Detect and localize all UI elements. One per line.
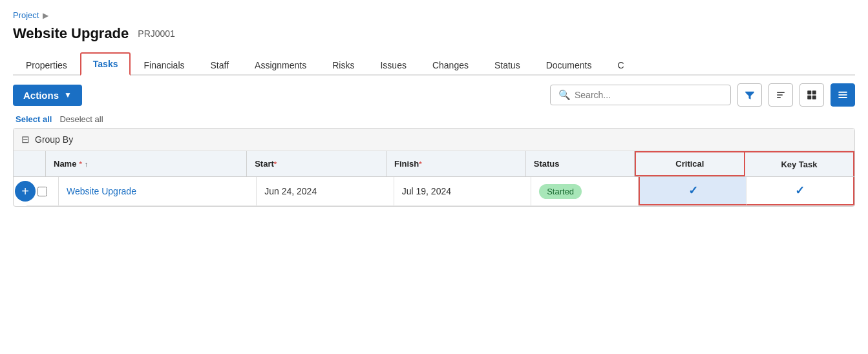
td-name[interactable]: Website Upgrade xyxy=(59,177,257,205)
svg-rect-2 xyxy=(777,97,781,98)
tab-documents[interactable]: Documents xyxy=(533,54,605,76)
actions-dropdown-arrow: ▼ xyxy=(64,90,72,99)
key-task-checkmark: ✓ xyxy=(795,183,805,198)
svg-rect-4 xyxy=(812,90,816,94)
search-box: 🔍 xyxy=(550,85,731,105)
sort-button[interactable] xyxy=(768,83,793,107)
actions-button[interactable]: Actions ▼ xyxy=(13,85,82,106)
td-key-task[interactable]: ✓ xyxy=(746,177,854,205)
breadcrumb-project-link[interactable]: Project xyxy=(13,10,39,20)
svg-rect-9 xyxy=(838,97,847,98)
select-row: Select all Deselect all xyxy=(13,114,855,124)
th-name-label: Name xyxy=(54,159,76,169)
svg-rect-7 xyxy=(838,92,847,93)
svg-rect-6 xyxy=(812,96,816,99)
group-by-icon: ⊟ xyxy=(21,134,30,145)
actions-label: Actions xyxy=(23,90,59,101)
th-name-sort[interactable]: ↑ xyxy=(85,160,89,168)
th-start-star: * xyxy=(274,160,277,168)
td-start: Jun 24, 2024 xyxy=(257,177,394,205)
th-start[interactable]: Start * xyxy=(247,151,386,176)
status-badge: Started xyxy=(539,184,582,199)
deselect-all-link[interactable]: Deselect all xyxy=(59,114,103,124)
row-checkbox[interactable] xyxy=(37,187,47,196)
breadcrumb-arrow: ▶ xyxy=(43,11,48,20)
list-view-button[interactable] xyxy=(831,83,855,107)
th-finish-label: Finish xyxy=(394,159,419,169)
svg-rect-5 xyxy=(807,96,811,99)
breadcrumb: Project ▶ xyxy=(13,10,855,20)
tasks-table: ⊟ Group By Name * ↑ Start * Finish * Sta… xyxy=(13,128,855,207)
tab-staff[interactable]: Staff xyxy=(198,54,242,76)
td-finish: Jul 19, 2024 xyxy=(394,177,531,205)
svg-rect-1 xyxy=(777,94,783,96)
svg-rect-8 xyxy=(838,94,847,96)
th-critical-label: Critical xyxy=(675,159,704,169)
add-task-button[interactable]: + xyxy=(15,181,36,202)
table-row: + Website Upgrade Jun 24, 2024 Jul 19, 2… xyxy=(26,177,854,206)
page-title: Website Upgrade xyxy=(13,25,129,42)
tabs-container: Properties Tasks Financials Staff Assign… xyxy=(13,52,855,76)
project-id: PRJ0001 xyxy=(138,28,175,39)
tab-more[interactable]: C xyxy=(604,54,637,76)
svg-rect-0 xyxy=(777,92,785,94)
th-name-star: * xyxy=(79,160,81,168)
tab-assignments[interactable]: Assignments xyxy=(242,54,319,76)
tab-issues[interactable]: Issues xyxy=(367,54,419,76)
th-status-label: Status xyxy=(534,159,560,169)
tab-status[interactable]: Status xyxy=(482,54,533,76)
tab-tasks[interactable]: Tasks xyxy=(80,52,131,76)
group-by-label: Group By xyxy=(35,134,73,145)
tab-properties[interactable]: Properties xyxy=(13,54,80,76)
th-checkbox xyxy=(14,151,46,176)
th-finish[interactable]: Finish * xyxy=(386,151,526,176)
th-name[interactable]: Name * ↑ xyxy=(46,151,247,176)
th-finish-star: * xyxy=(419,160,421,168)
search-input[interactable] xyxy=(575,90,723,100)
tab-risks[interactable]: Risks xyxy=(319,54,367,76)
th-start-label: Start xyxy=(255,159,274,169)
th-critical[interactable]: Critical xyxy=(635,151,745,176)
td-critical[interactable]: ✓ xyxy=(639,177,747,205)
filter-button[interactable] xyxy=(737,83,762,107)
tab-changes[interactable]: Changes xyxy=(419,54,482,76)
page-title-row: Website Upgrade PRJ0001 xyxy=(13,25,855,42)
th-status[interactable]: Status xyxy=(526,151,635,176)
td-status: Started xyxy=(531,177,639,205)
select-all-link[interactable]: Select all xyxy=(16,114,52,124)
tab-financials[interactable]: Financials xyxy=(131,54,197,76)
group-by-row: ⊟ Group By xyxy=(14,129,854,151)
grid-view-button[interactable] xyxy=(799,83,824,107)
table-header: Name * ↑ Start * Finish * Status Critica… xyxy=(14,151,854,177)
th-key-task[interactable]: Key Task xyxy=(745,151,854,176)
toolbar: Actions ▼ 🔍 xyxy=(13,83,855,107)
th-key-task-label: Key Task xyxy=(781,160,817,169)
svg-rect-3 xyxy=(807,90,811,94)
critical-checkmark: ✓ xyxy=(688,183,698,198)
search-icon: 🔍 xyxy=(558,89,571,101)
page-container: Project ▶ Website Upgrade PRJ0001 Proper… xyxy=(0,0,868,207)
